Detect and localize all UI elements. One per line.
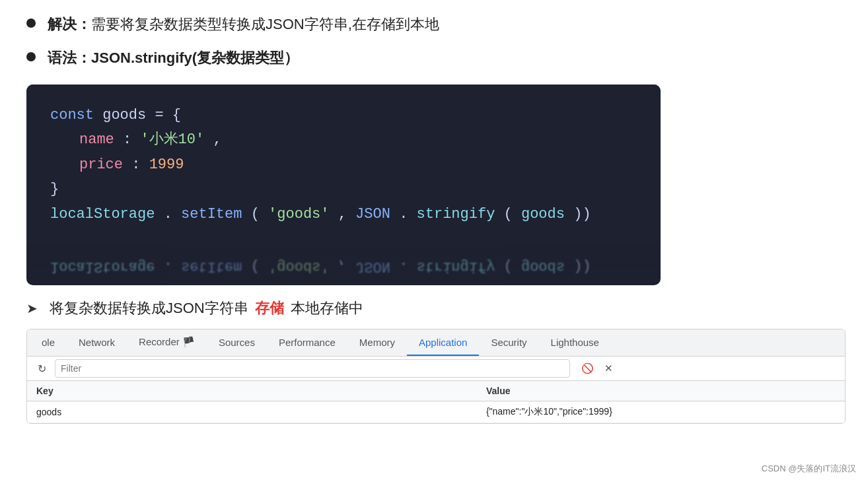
tab-recorder[interactable]: Recorder 🏴 <box>127 329 207 356</box>
bullet-syntax-text: 语法：JSON.stringify(复杂数据类型） <box>48 47 299 69</box>
devtools-tabs: ole Network Recorder 🏴 Sources Performan… <box>27 329 845 357</box>
column-header-key: Key <box>27 381 477 401</box>
tab-application[interactable]: Application <box>407 330 479 356</box>
tab-memory[interactable]: Memory <box>347 330 407 356</box>
tab-lighthouse[interactable]: Lighthouse <box>539 330 611 356</box>
tab-sources[interactable]: Sources <box>207 330 267 356</box>
code-line-1: const goods = { <box>50 103 637 127</box>
arrow-prefix: 将复杂数据转换成JSON字符串 <box>50 298 248 318</box>
tab-security[interactable]: Security <box>479 330 538 356</box>
code-line-2: name : '小米10' , <box>50 127 637 152</box>
bullet-syntax-label: 语法： <box>48 50 91 66</box>
cell-key: goods <box>27 401 477 423</box>
clear-button[interactable]: 🚫 <box>578 359 597 378</box>
tab-network[interactable]: Network <box>67 330 127 356</box>
toolbar-icons: 🚫 ✕ <box>578 359 618 378</box>
arrow-icon: ➤ <box>26 300 38 316</box>
table-header-row: Key Value <box>27 381 845 401</box>
close-button[interactable]: ✕ <box>599 359 618 378</box>
arrow-suffix: 本地存储中 <box>291 298 363 318</box>
devtools-toolbar: ↻ 🚫 ✕ <box>27 357 845 381</box>
bullet-solve-label: 解决： <box>48 16 91 32</box>
arrow-highlight: 存储 <box>255 298 284 318</box>
code-line-4: } <box>50 177 637 201</box>
bullet-dot-1 <box>26 18 36 28</box>
bullet-solve-text: 解决：需要将复杂数据类型转换成JSON字符串,在存储到本地 <box>48 13 439 35</box>
refresh-button[interactable]: ↻ <box>32 359 51 378</box>
cell-value: {"name":"小米10","price":1999} <box>477 401 845 423</box>
tab-performance[interactable]: Performance <box>267 330 347 356</box>
devtools-table: Key Value goods{"name":"小米10","price":19… <box>27 381 845 423</box>
devtools-panel: ole Network Recorder 🏴 Sources Performan… <box>26 329 846 424</box>
table-row[interactable]: goods{"name":"小米10","price":1999} <box>27 401 845 423</box>
filter-input[interactable] <box>55 359 570 378</box>
watermark: CSDN @失落的IT流浪汉 <box>762 463 856 475</box>
code-line-5: localStorage . setItem ( 'goods' , JSON … <box>50 202 637 226</box>
arrow-section: ➤ 将复杂数据转换成JSON字符串 存储 本地存储中 <box>26 298 842 318</box>
bullet-syntax: 语法：JSON.stringify(复杂数据类型） <box>26 47 842 69</box>
code-reflection: localStorage . setItem ( 'goods' , JSON … <box>26 245 661 285</box>
code-line-3: price : 1999 <box>50 153 637 177</box>
column-header-value: Value <box>477 381 845 401</box>
bullet-dot-2 <box>26 52 36 61</box>
code-block-wrapper: const goods = { name : '小米10' , price : … <box>26 85 661 285</box>
tab-console[interactable]: ole <box>30 330 67 356</box>
page-wrapper: 解决：需要将复杂数据类型转换成JSON字符串,在存储到本地 语法：JSON.st… <box>0 0 868 424</box>
bullet-solve: 解决：需要将复杂数据类型转换成JSON字符串,在存储到本地 <box>26 13 842 35</box>
code-block: const goods = { name : '小米10' , price : … <box>26 85 661 245</box>
